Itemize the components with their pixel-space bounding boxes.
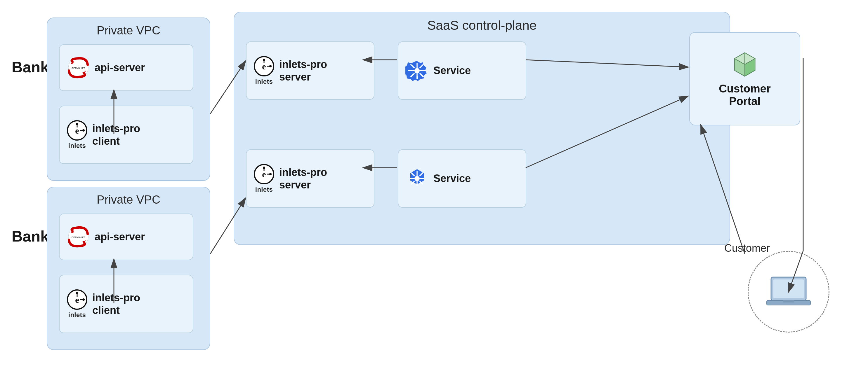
openshift-icon: OPENSHIFT (67, 56, 90, 79)
bank1-api-server-label: api-server (95, 61, 145, 74)
bank1-inlets-brand: inlets (68, 142, 86, 149)
svg-point-48 (269, 173, 272, 175)
svg-rect-72 (783, 300, 795, 302)
bank1-inlets-client-icon: e inlets (67, 120, 88, 149)
bank2-api-server-box: OPENSHIFT api-server (59, 213, 193, 260)
openshift-icon-2: OPENSHIFT (67, 225, 90, 248)
saas-title: SaaS control-plane (234, 18, 730, 33)
customer-portal-label: Customer Portal (719, 82, 771, 108)
svg-rect-70 (773, 279, 804, 298)
saas-service1-label: Service (433, 64, 471, 77)
k8s-icon-2 (405, 167, 429, 190)
svg-point-6 (82, 129, 85, 132)
svg-point-8 (76, 123, 78, 125)
saas-server1-icon: e inlets (253, 56, 275, 86)
saas-service2-box: Service (398, 149, 526, 208)
saas-server1-box: e inlets inlets-pro server (246, 41, 374, 100)
bank2-vpc-title: Private VPC (47, 193, 210, 206)
svg-point-53 (414, 176, 420, 181)
saas-server2-icon: e inlets (253, 164, 275, 193)
bank2-inlets-client-box: e inlets inlets-pro client (59, 275, 193, 333)
svg-point-22 (269, 65, 272, 67)
bank1-vpc-box: Private VPC OPENSHIFT api-server (47, 18, 210, 181)
saas-service1-box: Service (398, 41, 526, 100)
saas-server1-label: inlets-pro server (279, 58, 327, 83)
bank1-api-server-box: OPENSHIFT api-server (59, 44, 193, 91)
bank2-api-server-label: api-server (95, 230, 145, 243)
svg-point-18 (76, 292, 78, 294)
customer-label: Customer (724, 242, 770, 255)
svg-text:OPENSHIFT: OPENSHIFT (71, 236, 85, 239)
diagram-container: Bank 1 Private VPC OPENSHIFT api-server (0, 0, 868, 369)
svg-text:OPENSHIFT: OPENSHIFT (71, 67, 85, 69)
bank2-inlets-client-icon: e inlets (67, 289, 88, 319)
saas-service2-label: Service (433, 172, 471, 184)
laptop-icon (765, 274, 812, 309)
saas-box: SaaS control-plane e inlets inlets-pro s… (234, 12, 730, 245)
bank2-inlets-brand: inlets (68, 311, 86, 319)
portal-icon (730, 50, 760, 79)
saas-server1-brand: inlets (255, 78, 273, 86)
customer-portal-box: Customer Portal (689, 32, 800, 126)
saas-server2-label: inlets-pro server (279, 166, 327, 191)
svg-point-50 (263, 167, 265, 169)
bank1-inlets-client-label: inlets-pro client (92, 122, 140, 147)
saas-server2-box: e inlets inlets-pro server (246, 149, 374, 208)
bank2-inlets-client-label: inlets-pro client (92, 292, 140, 316)
svg-point-24 (263, 59, 265, 61)
bank1-inlets-client-box: e inlets inlets-pro client (59, 106, 193, 164)
svg-point-37 (414, 68, 420, 73)
saas-server2-brand: inlets (255, 186, 273, 193)
svg-point-16 (82, 298, 85, 301)
customer-circle (748, 251, 830, 333)
bank1-vpc-title: Private VPC (47, 24, 210, 37)
bank2-vpc-box: Private VPC OPENSHIFT api-server e (47, 187, 210, 350)
k8s-icon-1 (405, 59, 429, 82)
